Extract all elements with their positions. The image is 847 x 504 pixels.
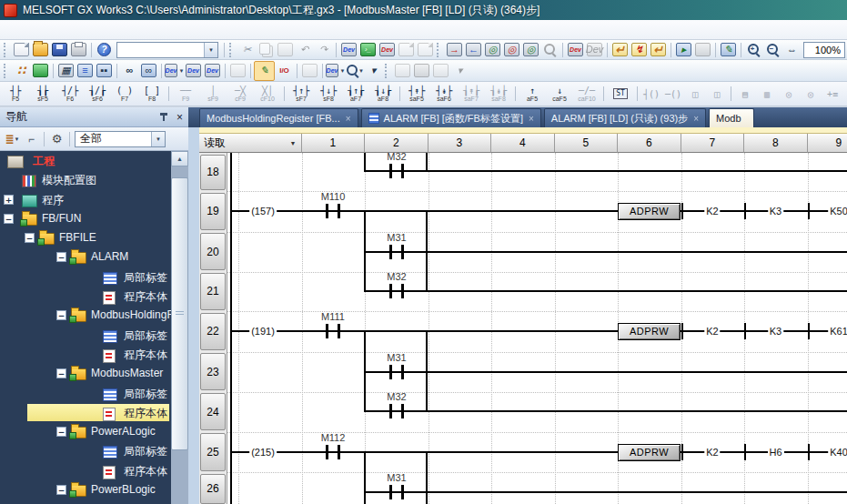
comment-jump-icon[interactable]: ↵ [610,41,630,59]
collapse-all-icon[interactable]: ⌐ [22,130,41,147]
contact-bar[interactable] [389,485,392,499]
operand-label[interactable]: K50 [828,206,847,217]
write-to-plc-icon[interactable]: → [445,41,464,59]
menu-item[interactable] [53,27,69,33]
tree-item-局部标签[interactable]: 局部标签 [0,441,171,460]
tree-item-FB/FUN[interactable]: −FB/FUN [0,209,171,228]
instruction-box[interactable]: ADPRW [618,323,681,340]
tree-filter-dropdown[interactable]: 全部 ▼ [75,131,166,147]
device-list-icon[interactable]: Dev [184,62,203,80]
insert-row-icon[interactable]: +≡ [822,82,843,106]
contact-bar[interactable] [338,204,340,218]
disabled-paste-icon[interactable] [300,62,319,80]
contact-bar[interactable] [338,445,340,459]
new-project-icon[interactable] [12,41,31,59]
statement-icon[interactable]: ▤ [734,82,756,106]
find-window-icon[interactable]: ∞ [139,62,158,80]
paste-icon[interactable] [276,41,295,59]
io-check-icon[interactable]: I/O [275,62,294,80]
contact-bar[interactable] [401,404,404,418]
help-icon[interactable]: ? [95,41,114,59]
window-bar-icon[interactable]: ▪▪ [95,62,114,80]
verify-plc-red-icon[interactable]: ◎ [502,41,521,59]
operand-label[interactable]: K2 [704,206,720,217]
comment-red-icon[interactable]: ↯ [630,41,649,59]
tree-display-icon[interactable]: ≣▼ [3,130,22,147]
find-icon[interactable]: ∞ [120,62,139,80]
zoom-level-box[interactable]: 100% [803,42,845,58]
rising-pulse-icon[interactable]: ┤↑├sF7 [287,82,315,106]
parallel-falling-pulse-icon[interactable]: ┧↓┟aF8 [369,82,397,106]
window-tool3-icon[interactable] [431,62,450,80]
tree-item-FBFILE[interactable]: −FBFILE [0,228,171,247]
cross-reference-icon[interactable] [228,62,247,80]
comment-jump2-icon[interactable]: ↵ [649,41,668,59]
monitor-window-icon[interactable]: ▸ [674,41,693,59]
tree-item-局部标签[interactable]: 局部标签 [0,326,171,345]
copy-icon[interactable] [257,41,276,59]
panel-splitter[interactable] [188,127,199,504]
st-inline-icon[interactable]: ST [607,82,634,106]
device-find-icon[interactable]: Dev▼ [165,62,184,80]
menu-item[interactable] [102,27,118,33]
find-statement-icon[interactable]: ◎ [778,82,800,106]
overflow-chevron-icon[interactable]: ▾ [364,62,383,80]
tree-expander-icon[interactable]: − [56,368,66,378]
tab-close-icon[interactable]: × [346,114,351,124]
parallel-open-contact-icon[interactable]: ┧┟sF5 [29,82,56,106]
monitor-window-gray-icon[interactable] [693,41,712,59]
rising-pulse-close-icon[interactable]: ┤↟├saF5 [403,82,430,106]
contact-bar[interactable] [389,284,392,298]
operand-label[interactable]: K61 [828,326,847,337]
zoom-out-icon[interactable]: − [763,41,782,59]
tree-item-工程[interactable]: 工程 [0,151,171,170]
fb-block-icon[interactable]: ◫ [684,82,706,106]
row-number[interactable]: 26 [200,474,226,504]
row-number[interactable]: 22 [200,313,226,351]
row-number[interactable]: 21 [200,273,226,310]
parallel-rising-close-icon[interactable]: ┧↟┟saF7 [458,82,485,106]
contact-bar[interactable] [338,324,340,338]
undo-icon[interactable]: ↶ [295,41,314,59]
instruction-box[interactable]: ADPRW [618,203,681,220]
tree-expander-icon[interactable]: − [4,214,14,224]
tree-expander-icon[interactable]: − [56,252,66,262]
scrollbar-thumb[interactable] [171,177,188,450]
parallel-falling-close-icon[interactable]: ┧↡┟saF8 [485,82,512,106]
menu-item[interactable] [69,27,86,33]
instruction-box[interactable]: ADPRW [618,444,681,461]
disabled-doc-icon[interactable] [397,41,416,59]
module-config-icon[interactable] [31,62,50,80]
contact-bar[interactable] [389,404,392,418]
save-project-icon[interactable] [50,41,69,59]
tree-item-模块配置图[interactable]: 模块配置图 [0,170,171,189]
contact-bar[interactable] [326,324,328,338]
window-tool2-icon[interactable] [412,62,431,80]
menu-item[interactable] [86,27,102,33]
tree-expander-icon[interactable]: − [56,310,66,320]
menu-item[interactable] [135,27,151,33]
delete-vline-icon[interactable]: ╳│cF10 [254,82,281,106]
row-number[interactable]: 24 [200,393,226,430]
print-icon[interactable] [69,41,88,59]
tree-item-ALARM[interactable]: −ALARM [0,247,171,267]
row-number[interactable]: 18 [200,155,226,190]
coil-icon[interactable]: ( )F7 [111,82,138,106]
redo-icon[interactable]: ↷ [314,41,333,59]
window-tool-icon[interactable] [393,62,412,80]
search-combobox[interactable]: ▼ [116,42,218,58]
operand-label[interactable]: H6 [767,447,783,458]
cut-icon[interactable]: ✂ [237,41,257,59]
tree-expander-icon[interactable]: − [56,485,66,495]
read-from-plc-icon[interactable]: ← [464,41,483,59]
operand-label[interactable]: K2 [704,326,720,337]
note-icon[interactable]: ▥ [756,82,778,106]
tree-item-程序本体[interactable]: 程序本体 [0,461,171,480]
tab-close-icon[interactable]: × [693,114,699,124]
document-tab[interactable]: ModbusHoldingRegister [FB... × [199,108,358,127]
operand-label[interactable]: K40 [828,447,847,458]
gear-icon[interactable]: ⚙ [47,130,66,147]
contact-bar[interactable] [326,445,328,459]
falling-pulse-close-icon[interactable]: ┤↡├saF6 [430,82,458,106]
project-tree-icon[interactable]: ∷ [12,62,31,80]
